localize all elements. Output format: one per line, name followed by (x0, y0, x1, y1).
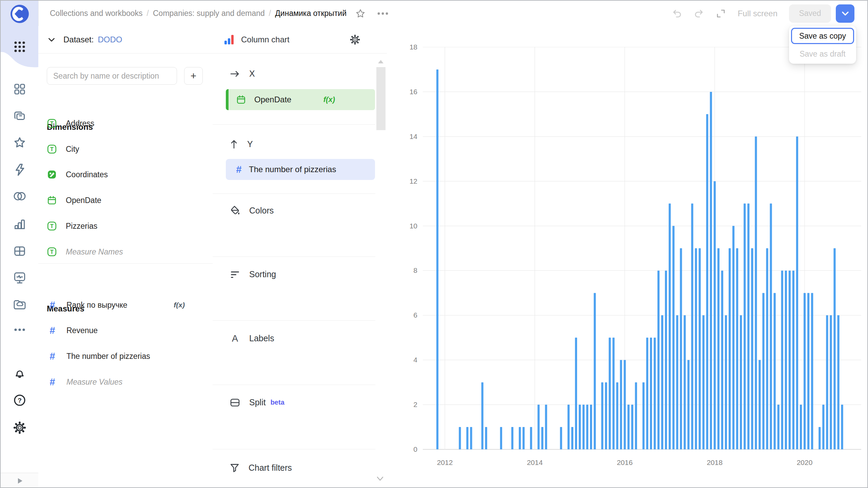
number-field-icon: # (47, 377, 58, 388)
breadcrumb-separator: / (147, 9, 149, 18)
scroll-down-chevron-icon[interactable] (376, 476, 384, 482)
chart-type-selector[interactable]: Column chart (213, 26, 387, 54)
number-field-icon: # (47, 300, 58, 311)
calendar-icon (47, 195, 57, 205)
section-divider (213, 124, 375, 125)
measure-row-1[interactable]: #Rank по выручкеf(x) (47, 297, 206, 313)
dimension-row-5[interactable]: TPizzerias (47, 218, 206, 235)
svg-text:16: 16 (410, 88, 417, 96)
topbar-actions: Full screen Saved (672, 1, 854, 26)
nav-connections-icon[interactable] (1, 163, 38, 176)
measure-row-3[interactable]: #The number of pizzerias (47, 348, 206, 365)
field-label: Measure Names (66, 247, 123, 257)
text-field-icon: T (47, 118, 57, 128)
colors-section[interactable]: Colors (230, 205, 274, 216)
svg-text:T: T (50, 249, 54, 255)
fullscreen-icon[interactable] (715, 8, 726, 19)
left-rail: ? (1, 1, 39, 488)
formula-fx-badge: f(x) (323, 95, 335, 104)
nav-monitoring-icon[interactable] (1, 271, 38, 285)
rail-expand-strip[interactable] (1, 473, 38, 488)
nav-storage-icon[interactable] (1, 298, 38, 310)
save-options-button[interactable] (836, 4, 854, 23)
dataset-header[interactable]: Dataset: DODO (38, 26, 213, 54)
number-field-icon: # (47, 351, 58, 362)
section-divider (213, 320, 375, 321)
svg-text:14: 14 (410, 133, 418, 140)
funnel-icon (230, 463, 240, 473)
field-label: OpenDate (66, 196, 101, 205)
y-field-name: The number of pizzerias (249, 165, 336, 174)
undo-icon[interactable] (672, 8, 682, 19)
dataset-name-link[interactable]: DODO (98, 35, 122, 44)
settings-gear-icon[interactable] (1, 421, 38, 434)
geopoint-field-icon (47, 169, 57, 180)
number-field-icon: # (47, 325, 58, 336)
labels-section[interactable]: A Labels (230, 333, 274, 343)
svg-text:2014: 2014 (527, 459, 543, 466)
svg-text:4: 4 (413, 356, 417, 364)
sorting-section[interactable]: Sorting (230, 269, 276, 279)
formula-fx-badge: f(x) (174, 301, 185, 309)
fullscreen-label[interactable]: Full screen (738, 9, 777, 18)
nav-more-icon[interactable] (1, 328, 38, 331)
field-label: Rank по выручке (66, 301, 127, 310)
svg-text:A: A (232, 333, 238, 343)
chart-config-panel: Column chart (213, 26, 387, 487)
measure-row-2[interactable]: #Revenue (47, 322, 206, 339)
measure-row-4[interactable]: #Measure Values (47, 373, 206, 390)
saved-button[interactable]: Saved (789, 4, 831, 23)
section-divider (213, 257, 375, 257)
services-grid-icon[interactable] (1, 41, 38, 53)
chart-canvas[interactable]: 02468101214161820122014201620182020 (387, 26, 868, 488)
dimension-row-4[interactable]: OpenDate (47, 192, 206, 209)
help-icon[interactable]: ? (1, 394, 38, 407)
section-divider (213, 449, 375, 449)
datalens-logo[interactable] (1, 4, 38, 24)
more-actions-icon[interactable] (377, 12, 389, 15)
scroll-up-arrow-icon[interactable] (377, 59, 384, 64)
y-section-header: Y (230, 139, 253, 149)
arrow-up-icon (230, 139, 238, 149)
menu-item-save-as-draft[interactable]: Save as draft (791, 47, 854, 61)
nav-workbooks-icon[interactable] (1, 110, 38, 123)
nav-datasets-icon[interactable] (1, 190, 38, 202)
config-scrollbar-thumb[interactable] (376, 67, 386, 130)
dimension-row-6[interactable]: TMeasure Names (47, 243, 206, 260)
nav-charts-icon[interactable] (1, 218, 38, 230)
save-menu: Save as copy Save as draft (789, 26, 856, 64)
split-section[interactable]: Split beta (230, 398, 284, 407)
expand-rail-play-icon (16, 477, 23, 485)
notifications-bell-icon[interactable] (1, 367, 38, 380)
svg-text:2018: 2018 (707, 459, 723, 466)
nav-dashboards-icon[interactable] (1, 83, 38, 95)
menu-item-save-as-copy[interactable]: Save as copy (791, 28, 854, 44)
breadcrumb-separator: / (269, 9, 271, 18)
section-divider (213, 194, 375, 194)
topbar: Collections and workbooks / Companies: s… (38, 1, 867, 26)
add-field-button[interactable]: + (184, 67, 203, 85)
svg-text:2016: 2016 (617, 459, 633, 466)
dimension-row-1[interactable]: TAddress (47, 115, 206, 132)
chart-settings-gear-icon[interactable] (350, 34, 360, 45)
dimension-row-2[interactable]: TCity (47, 141, 206, 158)
breadcrumb-current-chart: Динамика открытий (275, 9, 347, 18)
breadcrumb-workbook[interactable]: Companies: supply and demand (153, 9, 265, 18)
dimension-row-3[interactable]: Coordinates (47, 166, 206, 183)
split-icon (230, 398, 240, 407)
breadcrumb-collections[interactable]: Collections and workbooks (50, 9, 143, 18)
redo-icon[interactable] (694, 8, 704, 19)
nav-favorites-icon[interactable] (1, 136, 38, 149)
column-chart-icon (223, 34, 235, 45)
field-label: Revenue (66, 326, 98, 335)
nav-tables-icon[interactable] (1, 245, 38, 258)
field-search-input[interactable] (47, 67, 177, 85)
favorite-star-icon[interactable] (355, 8, 366, 19)
svg-text:6: 6 (413, 311, 417, 319)
y-field-pill-number-of-pizzerias[interactable]: # The number of pizzerias (226, 159, 375, 180)
chart-filters-label: Chart filters (249, 463, 292, 473)
chart-filters-section[interactable]: Chart filters (230, 463, 292, 473)
x-section-header: X (230, 69, 255, 79)
svg-text:12: 12 (410, 177, 417, 185)
x-field-pill-opendate[interactable]: OpenDate f(x) (226, 89, 375, 110)
